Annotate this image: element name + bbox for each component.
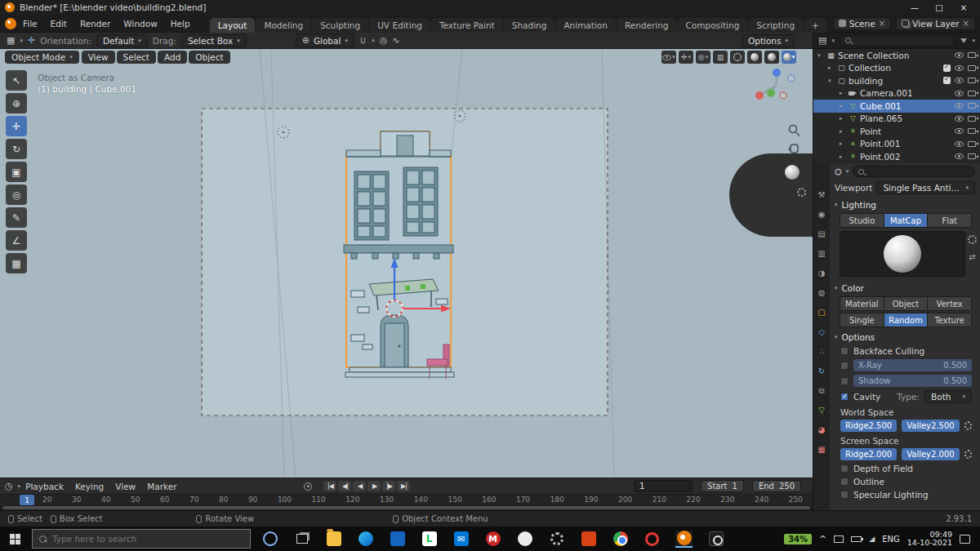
- xray-checkbox[interactable]: [840, 362, 849, 370]
- gizmos-dropdown[interactable]: ✛▾: [679, 51, 693, 64]
- expand-arrow-icon[interactable]: ▸: [828, 64, 835, 71]
- view-layer-selector[interactable]: View Layer ×: [896, 17, 975, 30]
- color-source-tab[interactable]: Texture: [928, 313, 971, 327]
- red-app-icon[interactable]: [580, 531, 597, 548]
- annotate-tool[interactable]: ✎: [6, 207, 27, 228]
- view-layer-tab-icon[interactable]: ▥: [813, 245, 830, 262]
- material-tab-icon[interactable]: ◕: [813, 421, 830, 438]
- outliner-search[interactable]: [840, 35, 956, 47]
- select-box-tool[interactable]: ↖: [6, 70, 27, 91]
- screen-ridge-slider[interactable]: Ridge 2.000: [840, 448, 897, 460]
- outliner-row[interactable]: ▸ Collection: [813, 62, 980, 75]
- backface-culling-checkbox[interactable]: [840, 347, 849, 355]
- overlays-dropdown[interactable]: ◎▾: [696, 51, 710, 64]
- world-ridge-slider[interactable]: Ridge 2.500: [840, 420, 897, 432]
- menu-item[interactable]: Window: [117, 17, 163, 30]
- language-indicator[interactable]: ENG: [882, 535, 900, 544]
- snap-magnet-icon[interactable]: ⊃: [358, 37, 368, 44]
- mode-dropdown[interactable]: Object Mode ▾: [5, 51, 79, 64]
- color-source-tab[interactable]: Vertex: [928, 297, 971, 310]
- transform-orientation-dropdown[interactable]: ⊕ Global ▾: [296, 33, 354, 47]
- battery-percentage[interactable]: 34%: [784, 534, 812, 544]
- disable-in-render-camera-icon[interactable]: [968, 153, 976, 159]
- battery-tray-icon[interactable]: [851, 536, 862, 542]
- curve-falloff-icon[interactable]: ∿: [392, 35, 399, 46]
- chrome-browser-icon[interactable]: [612, 531, 629, 548]
- outliner-editor-icon[interactable]: ▤: [818, 35, 826, 46]
- obs-app-icon[interactable]: [707, 531, 724, 548]
- cavity-type-dropdown[interactable]: Both ▾: [924, 390, 972, 403]
- rotate-tool[interactable]: ↻: [6, 139, 27, 159]
- scene-selector[interactable]: Scene ×: [833, 17, 891, 30]
- matcap-sphere[interactable]: [884, 235, 921, 273]
- hide-in-viewport-eye-icon[interactable]: [955, 103, 964, 109]
- mail-app-icon[interactable]: ✉: [452, 531, 470, 548]
- expand-arrow-icon[interactable]: ▸: [840, 103, 846, 109]
- blue-app-icon[interactable]: [389, 531, 406, 548]
- color-source-tab[interactable]: Object: [884, 297, 929, 310]
- viewport-menu-item[interactable]: Object: [189, 51, 229, 64]
- orientation-dropdown[interactable]: Default ▾: [96, 34, 148, 47]
- tray-expand-caret[interactable]: ^: [819, 534, 826, 544]
- start-frame-field[interactable]: Start 1: [701, 480, 744, 492]
- tool-tab-icon[interactable]: ⚒: [813, 186, 830, 203]
- filter-funnel-icon[interactable]: [960, 38, 967, 43]
- disable-in-render-camera-icon[interactable]: [968, 78, 976, 83]
- color-source-tab[interactable]: Single: [840, 313, 884, 327]
- workspace-tab[interactable]: Shading: [504, 18, 555, 33]
- flip-matcap-icon[interactable]: ⇄: [969, 252, 975, 261]
- outliner-row[interactable]: ▸ Point.001: [813, 138, 980, 151]
- shading-rendered-button[interactable]: ▾: [782, 51, 796, 64]
- navigation-gizmo[interactable]: [755, 69, 795, 100]
- outliner-row[interactable]: ▸ Point.002: [813, 150, 980, 163]
- proportional-editing-icon[interactable]: ◎: [380, 35, 388, 46]
- hide-in-viewport-eye-icon[interactable]: [955, 52, 964, 58]
- transport-button[interactable]: |▶: [382, 481, 395, 491]
- playhead[interactable]: 1: [20, 495, 34, 505]
- particles-tab-icon[interactable]: ∴: [813, 343, 830, 360]
- timeline-editor-icon[interactable]: ◷: [5, 481, 13, 491]
- outliner-row[interactable]: ▾ building: [813, 74, 980, 87]
- settings-gear-icon[interactable]: [548, 531, 565, 548]
- hide-in-viewport-eye-icon[interactable]: [955, 91, 964, 96]
- color-source-tab[interactable]: Random: [884, 313, 929, 327]
- outliner-row[interactable]: ▾ Scene Collection: [813, 49, 980, 62]
- workspace-tab[interactable]: Layout: [210, 18, 256, 33]
- add-cube-tool[interactable]: ▦: [6, 253, 27, 273]
- building-model[interactable]: [344, 131, 454, 377]
- scale-tool[interactable]: ▣: [6, 162, 27, 182]
- gear-icon[interactable]: [964, 450, 972, 459]
- viewport-menu-item[interactable]: View: [82, 51, 115, 64]
- timeline-menu-item[interactable]: Marker: [147, 482, 176, 491]
- workspace-tab[interactable]: Sculpting: [312, 18, 368, 33]
- gear-icon[interactable]: [968, 235, 977, 244]
- auto-keyframe-record-icon[interactable]: [304, 482, 312, 491]
- expand-arrow-icon[interactable]: ▾: [828, 78, 835, 84]
- task-view-icon[interactable]: [293, 531, 310, 548]
- hide-in-viewport-eye-icon[interactable]: [955, 116, 964, 122]
- transport-button[interactable]: ◀|: [338, 481, 351, 491]
- transport-button[interactable]: |◀: [323, 481, 336, 491]
- disable-in-render-camera-icon[interactable]: [968, 52, 976, 58]
- lighting-section-header[interactable]: ▾ Lighting: [830, 196, 980, 212]
- disable-in-render-camera-icon[interactable]: [968, 128, 976, 134]
- disable-in-render-camera-icon[interactable]: [968, 103, 976, 109]
- notification-center-icon[interactable]: [960, 535, 970, 544]
- blender-app-icon[interactable]: [675, 531, 693, 548]
- 3d-viewport[interactable]: Object Mode ▾ ViewSelectAddObject ▾ ✛▾ ◎…: [0, 49, 813, 478]
- expand-arrow-icon[interactable]: ▸: [840, 128, 846, 135]
- viewport-menu-item[interactable]: Add: [158, 51, 187, 64]
- lighting-mode-tab[interactable]: MatCap: [884, 214, 929, 227]
- antialiasing-dropdown[interactable]: Single Pass Anti-Aliasing ▾: [876, 181, 975, 194]
- hide-in-viewport-eye-icon[interactable]: [955, 128, 964, 134]
- cursor-tool[interactable]: ⊕: [6, 93, 27, 113]
- timeline-menu-item[interactable]: Playback: [25, 482, 64, 491]
- color-section-header[interactable]: ▾ Color: [830, 279, 980, 295]
- display-tray-icon[interactable]: [834, 535, 844, 543]
- measure-tool[interactable]: ∠: [6, 230, 27, 251]
- workspace-tab[interactable]: Texture Paint: [431, 18, 503, 33]
- workspace-tab[interactable]: Rendering: [617, 18, 677, 33]
- transform-tool[interactable]: ◎: [6, 184, 27, 205]
- expand-arrow-icon[interactable]: ▸: [840, 153, 846, 160]
- hide-in-viewport-eye-icon[interactable]: [955, 65, 964, 71]
